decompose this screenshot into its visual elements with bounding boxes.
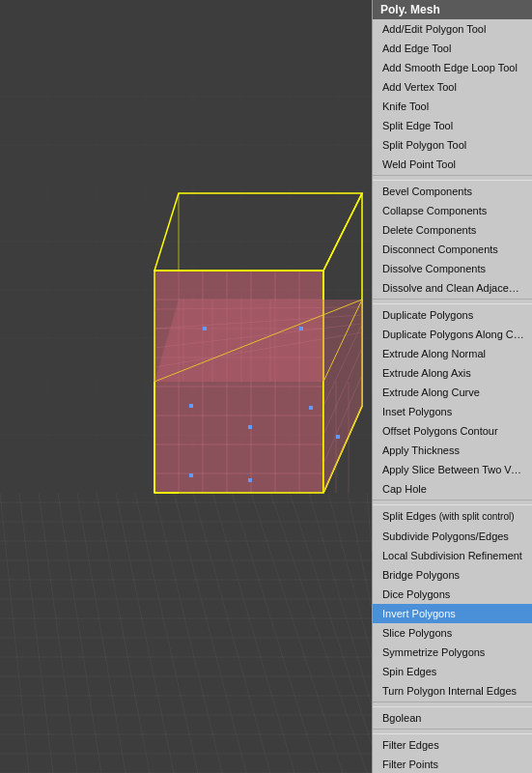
menu-item-cap-hole[interactable]: Cap Hole <box>373 479 532 499</box>
poly-mesh-menu: Poly. Mesh Add/Edit Polygon Tool Add Edg… <box>372 0 532 773</box>
menu-item-split-edges[interactable]: Split Edges (with split control) <box>373 506 532 527</box>
menu-item-collapse[interactable]: Collapse Components <box>373 201 532 220</box>
menu-item-delete[interactable]: Delete Components <box>373 220 532 240</box>
menu-item-local-subdivision[interactable]: Local Subdivision Refinement <box>373 546 532 565</box>
separator-3 <box>373 500 532 505</box>
svg-rect-67 <box>189 473 193 477</box>
menu-item-offset-contour[interactable]: Offset Polygons Contour <box>373 421 532 441</box>
menu-item-filter-edges[interactable]: Filter Edges <box>373 735 532 755</box>
svg-rect-69 <box>309 406 313 410</box>
svg-rect-90 <box>299 327 303 330</box>
menu-item-bevel[interactable]: Bevel Components <box>373 182 532 201</box>
menu-item-duplicate-polygons[interactable]: Duplicate Polygons <box>373 305 532 325</box>
menu-item-slice-polygons[interactable]: Slice Polygons <box>373 623 532 643</box>
menu-item-weld-point[interactable]: Weld Point Tool <box>373 155 532 174</box>
menu-item-extrude-axis[interactable]: Extrude Along Axis <box>373 363 532 383</box>
menu-item-symmetrize[interactable]: Symmetrize Polygons <box>373 643 532 662</box>
menu-item-apply-thickness[interactable]: Apply Thickness <box>373 441 532 460</box>
menu-item-dice-polygons[interactable]: Dice Polygons <box>373 585 532 604</box>
menu-item-add-edge[interactable]: Add Edge Tool <box>373 39 532 58</box>
menu-item-apply-slice[interactable]: Apply Slice Between Two Vertic <box>373 460 532 479</box>
menu-item-add-vertex[interactable]: Add Vertex Tool <box>373 77 532 97</box>
menu-item-extrude-normal[interactable]: Extrude Along Normal <box>373 344 532 363</box>
separator-1 <box>373 175 532 181</box>
menu-item-knife[interactable]: Knife Tool <box>373 97 532 116</box>
menu-item-subdivide[interactable]: Subdivide Polygons/Edges <box>373 527 532 546</box>
svg-rect-98 <box>336 435 340 439</box>
menu-title: Poly. Mesh <box>373 0 532 19</box>
menu-item-extrude-curve[interactable]: Extrude Along Curve <box>373 383 532 402</box>
svg-rect-68 <box>248 478 252 482</box>
menu-item-turn-internal[interactable]: Turn Polygon Internal Edges <box>373 681 532 701</box>
menu-item-inset-polygons[interactable]: Inset Polygons <box>373 402 532 421</box>
separator-5 <box>373 729 532 734</box>
menu-item-split-polygon[interactable]: Split Polygon Tool <box>373 135 532 155</box>
menu-item-invert-polygons[interactable]: Invert Polygons <box>373 604 532 623</box>
menu-item-disconnect[interactable]: Disconnect Components <box>373 240 532 259</box>
menu-item-add-edit-polygon[interactable]: Add/Edit Polygon Tool <box>373 19 532 39</box>
menu-item-spin-edges[interactable]: Spin Edges <box>373 662 532 681</box>
separator-2 <box>373 299 532 304</box>
menu-item-duplicate-along-curve[interactable]: Duplicate Polygons Along Curve <box>373 325 532 344</box>
menu-item-split-edge[interactable]: Split Edge Tool <box>373 116 532 135</box>
menu-item-filter-points[interactable]: Filter Points <box>373 755 532 773</box>
menu-item-dissolve-clean[interactable]: Dissolve and Clean Adjacent Ve <box>373 278 532 298</box>
svg-rect-89 <box>203 327 207 330</box>
3d-viewport[interactable] <box>0 0 372 773</box>
menu-item-dissolve[interactable]: Dissolve Components <box>373 259 532 278</box>
svg-rect-66 <box>248 425 252 429</box>
menu-item-add-smooth[interactable]: Add Smooth Edge Loop Tool <box>373 58 532 77</box>
svg-rect-65 <box>189 404 193 408</box>
menu-item-bridge-polygons[interactable]: Bridge Polygons <box>373 565 532 585</box>
menu-item-bgolean[interactable]: Bgolean <box>373 708 532 728</box>
separator-4 <box>373 701 532 707</box>
